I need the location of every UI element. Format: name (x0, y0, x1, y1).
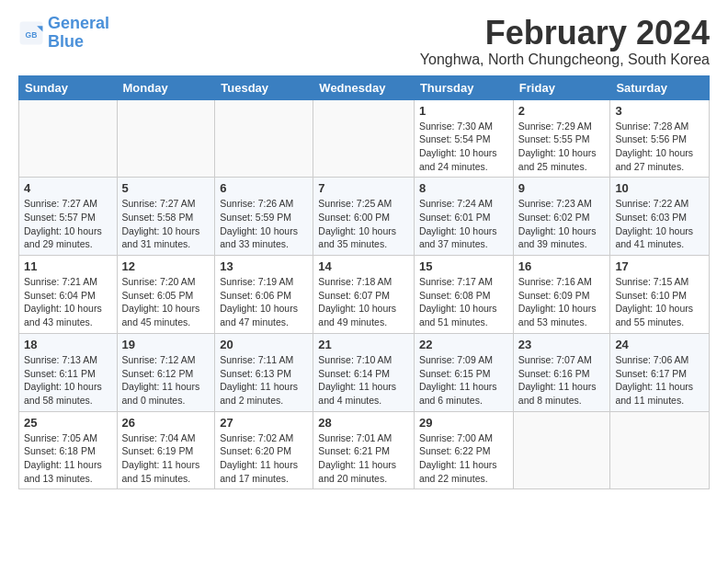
calendar-cell: 29Sunrise: 7:00 AM Sunset: 6:22 PM Dayli… (414, 411, 513, 489)
day-detail: Sunrise: 7:12 AM Sunset: 6:12 PM Dayligh… (122, 353, 210, 408)
day-detail: Sunrise: 7:18 AM Sunset: 6:07 PM Dayligh… (318, 275, 409, 329)
day-number: 23 (518, 338, 606, 351)
calendar-week-1: 1Sunrise: 7:30 AM Sunset: 5:54 PM Daylig… (19, 99, 710, 178)
day-number: 12 (122, 259, 210, 273)
day-detail: Sunrise: 7:27 AM Sunset: 5:58 PM Dayligh… (122, 197, 210, 251)
calendar-week-2: 4Sunrise: 7:27 AM Sunset: 5:57 PM Daylig… (19, 178, 710, 256)
calendar-body: 1Sunrise: 7:30 AM Sunset: 5:54 PM Daylig… (19, 99, 710, 489)
calendar-cell: 15Sunrise: 7:17 AM Sunset: 6:08 PM Dayli… (414, 256, 513, 334)
day-number: 2 (518, 104, 606, 118)
day-detail: Sunrise: 7:05 AM Sunset: 6:18 PM Dayligh… (24, 431, 112, 486)
day-detail: Sunrise: 7:21 AM Sunset: 6:04 PM Dayligh… (24, 275, 112, 329)
page-header: GB General Blue February 2024 Yonghwa, N… (18, 15, 710, 68)
calendar-cell: 2Sunrise: 7:29 AM Sunset: 5:55 PM Daylig… (513, 99, 610, 178)
day-detail: Sunrise: 7:25 AM Sunset: 6:00 PM Dayligh… (318, 197, 409, 251)
calendar-cell: 21Sunrise: 7:10 AM Sunset: 6:14 PM Dayli… (313, 333, 415, 411)
main-title: February 2024 (420, 15, 710, 52)
day-detail: Sunrise: 7:02 AM Sunset: 6:20 PM Dayligh… (220, 431, 308, 486)
calendar-cell: 23Sunrise: 7:07 AM Sunset: 6:16 PM Dayli… (513, 333, 610, 411)
calendar-cell: 27Sunrise: 7:02 AM Sunset: 6:20 PM Dayli… (215, 411, 313, 489)
calendar-cell (513, 411, 610, 489)
day-detail: Sunrise: 7:07 AM Sunset: 6:16 PM Dayligh… (518, 353, 606, 408)
calendar-cell (610, 411, 710, 489)
title-block: February 2024 Yonghwa, North Chungcheong… (420, 15, 710, 68)
day-number: 25 (24, 416, 112, 430)
calendar-cell: 10Sunrise: 7:22 AM Sunset: 6:03 PM Dayli… (610, 178, 710, 256)
calendar-cell (215, 99, 313, 178)
logo-text-line1: General (48, 15, 109, 33)
day-number: 15 (419, 259, 508, 273)
day-detail: Sunrise: 7:15 AM Sunset: 6:10 PM Dayligh… (615, 275, 704, 329)
day-number: 5 (122, 181, 210, 195)
day-number: 4 (24, 181, 112, 195)
calendar-cell: 6Sunrise: 7:26 AM Sunset: 5:59 PM Daylig… (215, 178, 313, 256)
day-detail: Sunrise: 7:24 AM Sunset: 6:01 PM Dayligh… (419, 197, 508, 251)
calendar-cell: 13Sunrise: 7:19 AM Sunset: 6:06 PM Dayli… (215, 256, 313, 334)
day-number: 29 (419, 416, 508, 430)
day-number: 7 (318, 181, 409, 195)
day-detail: Sunrise: 7:16 AM Sunset: 6:09 PM Dayligh… (518, 275, 606, 329)
calendar-cell: 5Sunrise: 7:27 AM Sunset: 5:58 PM Daylig… (117, 178, 215, 256)
day-number: 8 (419, 181, 508, 195)
calendar-cell: 20Sunrise: 7:11 AM Sunset: 6:13 PM Dayli… (215, 333, 313, 411)
day-detail: Sunrise: 7:00 AM Sunset: 6:22 PM Dayligh… (419, 431, 508, 486)
calendar-cell: 24Sunrise: 7:06 AM Sunset: 6:17 PM Dayli… (610, 333, 710, 411)
day-number: 21 (318, 338, 409, 351)
calendar-cell: 28Sunrise: 7:01 AM Sunset: 6:21 PM Dayli… (313, 411, 415, 489)
calendar-cell: 16Sunrise: 7:16 AM Sunset: 6:09 PM Dayli… (513, 256, 610, 334)
day-number: 19 (122, 338, 210, 351)
day-detail: Sunrise: 7:17 AM Sunset: 6:08 PM Dayligh… (419, 275, 508, 329)
logo-icon: GB (18, 20, 44, 46)
calendar-header-thursday: Thursday (414, 75, 513, 99)
day-detail: Sunrise: 7:04 AM Sunset: 6:19 PM Dayligh… (122, 431, 210, 486)
day-number: 14 (318, 259, 409, 273)
day-number: 3 (615, 104, 704, 118)
day-number: 10 (615, 181, 704, 195)
day-detail: Sunrise: 7:13 AM Sunset: 6:11 PM Dayligh… (24, 353, 112, 408)
day-number: 6 (220, 181, 308, 195)
calendar-cell: 1Sunrise: 7:30 AM Sunset: 5:54 PM Daylig… (414, 99, 513, 178)
logo-text-line2: Blue (48, 33, 109, 52)
calendar-cell: 22Sunrise: 7:09 AM Sunset: 6:15 PM Dayli… (414, 333, 513, 411)
calendar-cell: 25Sunrise: 7:05 AM Sunset: 6:18 PM Dayli… (19, 411, 118, 489)
day-number: 9 (518, 181, 606, 195)
day-number: 1 (419, 104, 508, 118)
day-number: 11 (24, 259, 112, 273)
svg-text:GB: GB (26, 29, 38, 39)
day-detail: Sunrise: 7:11 AM Sunset: 6:13 PM Dayligh… (220, 353, 308, 408)
subtitle: Yonghwa, North Chungcheong, South Korea (420, 52, 710, 68)
day-number: 24 (615, 338, 704, 351)
day-number: 20 (220, 338, 308, 351)
day-number: 18 (24, 338, 112, 351)
day-detail: Sunrise: 7:10 AM Sunset: 6:14 PM Dayligh… (318, 353, 409, 408)
day-number: 13 (220, 259, 308, 273)
calendar-week-3: 11Sunrise: 7:21 AM Sunset: 6:04 PM Dayli… (19, 256, 710, 334)
calendar-header-wednesday: Wednesday (313, 75, 415, 99)
calendar-cell: 7Sunrise: 7:25 AM Sunset: 6:00 PM Daylig… (313, 178, 415, 256)
logo: GB General Blue (18, 15, 109, 52)
calendar-header-tuesday: Tuesday (215, 75, 313, 99)
day-number: 26 (122, 416, 210, 430)
calendar-cell: 14Sunrise: 7:18 AM Sunset: 6:07 PM Dayli… (313, 256, 415, 334)
day-number: 16 (518, 259, 606, 273)
day-detail: Sunrise: 7:29 AM Sunset: 5:55 PM Dayligh… (518, 120, 606, 174)
day-detail: Sunrise: 7:30 AM Sunset: 5:54 PM Dayligh… (419, 120, 508, 174)
calendar-header-friday: Friday (513, 75, 610, 99)
calendar-cell: 26Sunrise: 7:04 AM Sunset: 6:19 PM Dayli… (117, 411, 215, 489)
calendar-cell: 17Sunrise: 7:15 AM Sunset: 6:10 PM Dayli… (610, 256, 710, 334)
calendar-table: SundayMondayTuesdayWednesdayThursdayFrid… (18, 75, 710, 490)
day-detail: Sunrise: 7:22 AM Sunset: 6:03 PM Dayligh… (615, 197, 704, 251)
day-detail: Sunrise: 7:19 AM Sunset: 6:06 PM Dayligh… (220, 275, 308, 329)
calendar-cell: 19Sunrise: 7:12 AM Sunset: 6:12 PM Dayli… (117, 333, 215, 411)
calendar-cell (313, 99, 415, 178)
calendar-cell (19, 99, 118, 178)
day-number: 28 (318, 416, 409, 430)
day-number: 17 (615, 259, 704, 273)
day-detail: Sunrise: 7:01 AM Sunset: 6:21 PM Dayligh… (318, 431, 409, 486)
calendar-cell: 9Sunrise: 7:23 AM Sunset: 6:02 PM Daylig… (513, 178, 610, 256)
day-detail: Sunrise: 7:09 AM Sunset: 6:15 PM Dayligh… (419, 353, 508, 408)
calendar-header-sunday: Sunday (19, 75, 118, 99)
calendar-cell: 3Sunrise: 7:28 AM Sunset: 5:56 PM Daylig… (610, 99, 710, 178)
calendar-cell: 11Sunrise: 7:21 AM Sunset: 6:04 PM Dayli… (19, 256, 118, 334)
day-detail: Sunrise: 7:20 AM Sunset: 6:05 PM Dayligh… (122, 275, 210, 329)
